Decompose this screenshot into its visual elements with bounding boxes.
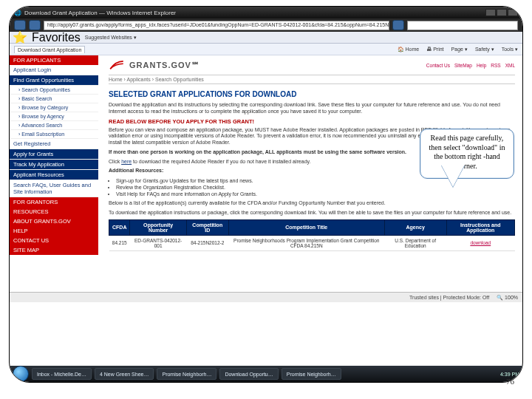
site-header: GRANTS.GOV℠ Contact Us SiteMap Help RSS …: [109, 58, 515, 75]
col-opp: Opportunity Number: [130, 219, 186, 235]
sidebar-section-header: HELP: [10, 226, 98, 236]
breadcrumb: Home › Applicants › Search Opportunities: [109, 75, 515, 84]
col-cfda: CFDA: [109, 219, 130, 235]
app-icon: 🌐: [14, 10, 21, 16]
sidebar-section-header: FOR GRANTORS: [10, 197, 98, 207]
browser-tab[interactable]: Download Grant Application: [14, 46, 85, 53]
suggested-sites[interactable]: Suggested Websites ▾: [85, 35, 137, 41]
window-title: Download Grant Application — Windows Int…: [24, 10, 176, 16]
favorites-label: Favorites: [32, 31, 81, 44]
sidebar-section-header: CONTACT US: [10, 236, 98, 245]
link-sitemap[interactable]: SiteMap: [454, 63, 472, 68]
sidebar-item[interactable]: › Browse by Agency: [10, 112, 98, 121]
system-tray[interactable]: 4:39 PM: [500, 372, 519, 377]
slide-number: 76: [506, 377, 514, 386]
sidebar-item[interactable]: Track My Application: [10, 160, 98, 170]
cell-title: Promise Neighborhoods Program Implementa…: [228, 235, 384, 250]
task-item[interactable]: Inbox - Michelle.De…: [32, 368, 92, 380]
sidebar-item[interactable]: Applicant Resources: [10, 170, 98, 180]
cell-comp: 84-215N2012-2: [186, 235, 228, 250]
task-item[interactable]: 4 New Green Shee…: [95, 368, 154, 380]
ie-status-bar: Trusted sites | Protected Mode: Off 🔍 10…: [10, 292, 522, 302]
sidebar-item[interactable]: › Browse by Category: [10, 103, 98, 112]
sidebar-item[interactable]: Search FAQs, User Guides and Site Inform…: [10, 180, 98, 197]
adobe-download-link[interactable]: here: [121, 159, 132, 164]
header-links: Contact Us SiteMap Help RSS XML: [426, 63, 515, 68]
sidebar-section-header: SITE MAP: [10, 245, 98, 255]
back-button[interactable]: [14, 20, 26, 30]
safety-menu[interactable]: Safety ▾: [475, 47, 494, 52]
col-comp: Competition ID: [186, 219, 228, 235]
instruction-callout: Read this page carefully, then select "d…: [420, 129, 514, 179]
download-instructions: To download the application instructions…: [109, 210, 515, 216]
col-title: Competition Title: [228, 219, 384, 235]
start-button[interactable]: [13, 366, 29, 382]
link-help[interactable]: Help: [477, 63, 486, 68]
task-item[interactable]: Promise Neighborh…: [157, 368, 216, 380]
refresh-button[interactable]: [392, 20, 404, 30]
close-button[interactable]: [508, 9, 518, 16]
sidebar-item[interactable]: › Search Opportunities: [10, 86, 98, 95]
favorites-star-icon[interactable]: ⭐: [13, 30, 27, 44]
link-xml[interactable]: XML: [505, 63, 515, 68]
cell-agency: U.S. Department of Education: [384, 235, 446, 250]
forward-button[interactable]: [29, 20, 41, 30]
zoom-level[interactable]: 🔍 100%: [497, 295, 518, 301]
table-row: 84.215 ED-GRANTS-042012-001 84-215N2012-…: [109, 235, 515, 250]
warning-heading: READ BELOW BEFORE YOU APPLY FOR THIS GRA…: [109, 118, 515, 125]
print-icon[interactable]: 🖶 Print: [426, 47, 443, 52]
ie-titlebar: 🌐 Download Grant Application — Windows I…: [10, 7, 522, 18]
maximize-button[interactable]: [497, 9, 507, 16]
sidebar-section-header: FOR APPLICANTS: [10, 55, 98, 65]
tools-menu[interactable]: Tools ▾: [502, 47, 518, 52]
page-menu[interactable]: Page ▾: [451, 47, 468, 52]
sidebar-item[interactable]: Find Grant Opportunities: [10, 75, 98, 86]
sidebar-section-header: ABOUT GRANTS.GOV: [10, 216, 98, 226]
sidebar-item[interactable]: › Advanced Search: [10, 121, 98, 130]
intro-text: Download the application and its instruc…: [109, 102, 515, 115]
sidebar-item[interactable]: › Email Subscription: [10, 130, 98, 139]
ie-toolbar: Download Grant Application 🏠 Home 🖶 Prin…: [10, 44, 522, 55]
sidebar-item[interactable]: Applicant Login: [10, 65, 98, 75]
link-rss[interactable]: RSS: [491, 63, 500, 68]
task-item[interactable]: Download Opportu…: [219, 368, 278, 380]
page-title: SELECTED GRANT APPLICATIONS FOR DOWNLOAD: [109, 90, 515, 98]
url-field[interactable]: http://apply07.grants.gov/apply/forms_ap…: [44, 21, 389, 30]
cell-opp: ED-GRANTS-042012-001: [130, 235, 186, 250]
windows-taskbar: Inbox - Michelle.De… 4 New Green Shee… P…: [10, 366, 522, 382]
link-contact[interactable]: Contact Us: [426, 63, 450, 68]
below-text: Below is a list of the application(s) cu…: [109, 200, 515, 207]
grants-gov-logo-icon: [109, 60, 125, 70]
clock: 4:39 PM: [500, 372, 519, 377]
col-agency: Agency: [384, 219, 446, 235]
applications-table: CFDA Opportunity Number Competition ID C…: [109, 219, 515, 251]
trusted-sites-label: Trusted sites | Protected Mode: Off: [409, 295, 489, 300]
sidebar-item[interactable]: › Basic Search: [10, 95, 98, 103]
sidebar-item[interactable]: Apply for Grants: [10, 149, 98, 160]
task-item[interactable]: Promise Neighborh…: [282, 368, 341, 380]
left-sidebar: FOR APPLICANTSApplicant LoginFind Grant …: [10, 55, 98, 292]
download-link[interactable]: download: [446, 235, 514, 250]
ie-address-bar: http://apply07.grants.gov/apply/forms_ap…: [10, 18, 522, 32]
sidebar-item[interactable]: Get Registered: [10, 139, 98, 149]
sidebar-section-header: RESOURCES: [10, 207, 98, 216]
cell-cfda: 84.215: [109, 235, 130, 250]
site-brand: GRANTS.GOV℠: [129, 61, 200, 70]
ie-favorites-bar: ⭐ Favorites Suggested Websites ▾: [10, 32, 522, 44]
col-dl: Instructions and Application: [446, 219, 514, 235]
home-icon[interactable]: 🏠 Home: [398, 47, 420, 52]
minimize-button[interactable]: [485, 9, 496, 16]
search-field[interactable]: [407, 21, 518, 30]
